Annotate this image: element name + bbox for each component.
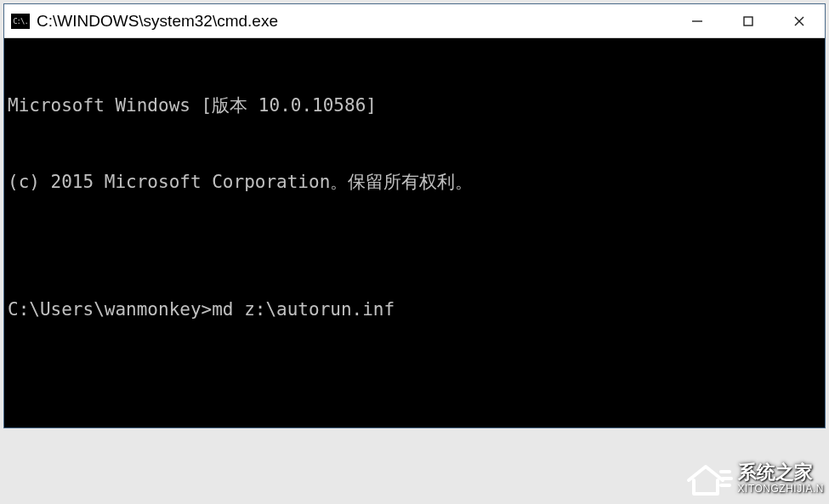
- terminal-line: C:\Users\wanmonkey>md z:\autorun.inf: [8, 297, 821, 322]
- watermark-en: XITONGZHIJIA.N: [738, 484, 824, 495]
- close-icon: [793, 15, 805, 27]
- watermark: 系统之家 XITONGZHIJIA.N: [684, 458, 824, 499]
- minimize-button[interactable]: [672, 4, 723, 37]
- terminal-output[interactable]: Microsoft Windows [版本 10.0.10586] (c) 20…: [4, 38, 825, 428]
- maximize-button[interactable]: [723, 4, 774, 37]
- titlebar[interactable]: C:\. C:\WINDOWS\system32\cmd.exe: [4, 4, 825, 38]
- cmd-window: C:\. C:\WINDOWS\system32\cmd.exe Mi: [3, 3, 826, 428]
- watermark-cn: 系统之家: [738, 462, 824, 483]
- maximize-icon: [742, 15, 754, 27]
- close-button[interactable]: [774, 4, 825, 37]
- window-title: C:\WINDOWS\system32\cmd.exe: [37, 12, 672, 31]
- terminal-line: Microsoft Windows [版本 10.0.10586]: [8, 93, 821, 118]
- svg-rect-1: [744, 17, 752, 25]
- terminal-line: C:\Users\wanmonkey>cd /d z:\autorun.inf: [8, 424, 821, 428]
- cmd-icon: C:\.: [11, 14, 30, 29]
- terminal-line: (c) 2015 Microsoft Corporation。保留所有权利。: [8, 169, 821, 195]
- watermark-text: 系统之家 XITONGZHIJIA.N: [738, 462, 824, 494]
- minimize-icon: [691, 15, 703, 27]
- watermark-logo-icon: [684, 458, 733, 499]
- window-controls: [672, 4, 825, 37]
